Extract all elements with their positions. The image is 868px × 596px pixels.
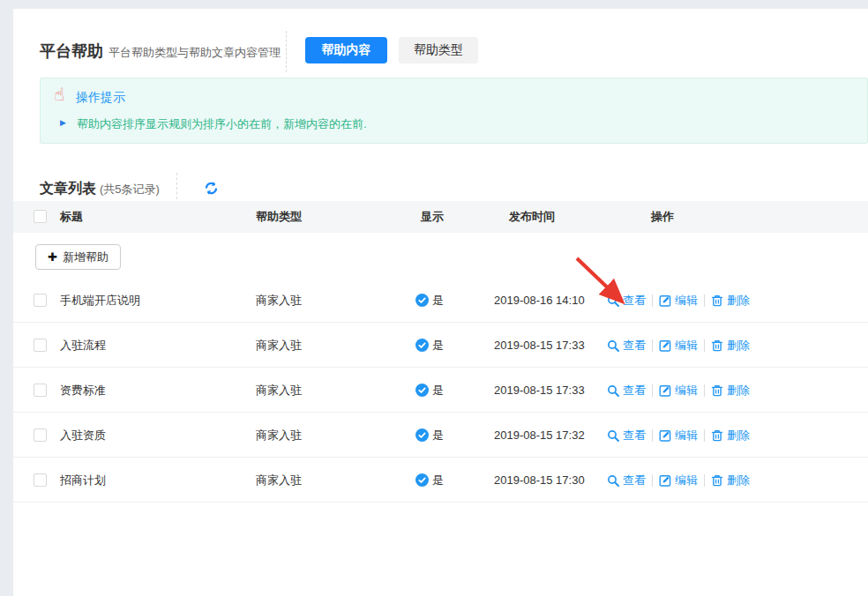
delete-link-label: 删除 <box>727 473 750 488</box>
page-background: 平台帮助 平台帮助类型与帮助文章内容管理 帮助内容 帮助类型 ☝ 操作提示 ▶ … <box>0 0 868 596</box>
delete-link[interactable]: 删除 <box>711 338 750 354</box>
view-link[interactable]: 查看 <box>607 428 646 443</box>
row-show-status: 是 <box>415 368 444 413</box>
row-type: 商家入驻 <box>256 323 302 368</box>
delete-link[interactable]: 删除 <box>711 293 750 309</box>
table-row: 入驻资质 商家入驻 是 2019-08-15 17:32 查看 <box>13 413 868 458</box>
delete-link-label: 删除 <box>727 338 750 354</box>
row-type: 商家入驻 <box>256 458 302 503</box>
add-help-button-label: 新增帮助 <box>63 250 108 265</box>
row-publish-time: 2019-08-16 14:10 <box>494 278 585 323</box>
tab-help-type[interactable]: 帮助类型 <box>399 37 478 63</box>
action-separator <box>652 474 653 487</box>
row-show-status: 是 <box>415 323 444 368</box>
edit-link-label: 编辑 <box>675 293 698 309</box>
view-link[interactable]: 查看 <box>607 473 646 488</box>
row-actions: 查看 编辑 删除 <box>607 278 750 323</box>
edit-icon <box>659 294 671 307</box>
show-label: 是 <box>432 338 444 354</box>
delete-link-label: 删除 <box>727 383 750 399</box>
edit-link[interactable]: 编辑 <box>659 338 698 354</box>
delete-link-label: 删除 <box>727 293 750 309</box>
edit-link[interactable]: 编辑 <box>659 383 698 399</box>
delete-icon <box>711 339 723 352</box>
edit-link[interactable]: 编辑 <box>659 428 698 443</box>
row-title: 资费标准 <box>60 368 106 413</box>
plus-icon: ✚ <box>48 250 57 264</box>
table-header-row: 标题 帮助类型 显示 发布时间 操作 <box>13 201 868 233</box>
tips-title: 操作提示 <box>76 90 125 106</box>
check-circle-icon <box>415 428 429 442</box>
view-link-label: 查看 <box>623 428 646 443</box>
article-list-title: 文章列表 <box>40 180 96 198</box>
action-separator <box>704 429 705 442</box>
action-separator <box>652 339 653 352</box>
show-label: 是 <box>432 473 444 488</box>
delete-link[interactable]: 删除 <box>711 428 750 443</box>
check-circle-icon <box>415 294 429 307</box>
row-checkbox[interactable] <box>34 428 47 442</box>
edit-icon <box>659 474 671 487</box>
edit-link[interactable]: 编辑 <box>659 293 698 309</box>
view-link[interactable]: 查看 <box>607 293 646 309</box>
delete-link[interactable]: 删除 <box>711 473 750 488</box>
check-circle-icon <box>415 339 429 352</box>
operation-tips-box: ☝ 操作提示 ▶ 帮助内容排序显示规则为排序小的在前，新增内容的在前. <box>40 78 868 144</box>
edit-link[interactable]: 编辑 <box>659 473 698 488</box>
edit-icon <box>659 429 671 442</box>
row-show-status: 是 <box>415 278 444 323</box>
action-separator <box>652 384 653 397</box>
article-list-header: 文章列表 (共5条记录) <box>40 180 160 199</box>
search-icon <box>607 474 619 487</box>
row-checkbox[interactable] <box>34 339 47 352</box>
select-all-checkbox[interactable] <box>34 210 47 223</box>
column-header-show: 显示 <box>421 201 444 233</box>
edit-link-label: 编辑 <box>675 383 698 399</box>
row-show-status: 是 <box>415 413 444 458</box>
search-icon <box>607 384 619 397</box>
view-link[interactable]: 查看 <box>607 383 646 399</box>
delete-link-label: 删除 <box>727 428 750 443</box>
edit-icon <box>659 339 671 352</box>
search-icon <box>607 339 619 352</box>
row-actions: 查看 编辑 删除 <box>607 413 750 458</box>
row-actions: 查看 编辑 删除 <box>607 458 750 503</box>
action-separator <box>652 429 653 442</box>
row-publish-time: 2019-08-15 17:33 <box>494 323 585 368</box>
row-publish-time: 2019-08-15 17:30 <box>494 458 585 503</box>
table-row: 资费标准 商家入驻 是 2019-08-15 17:33 查看 <box>13 368 868 413</box>
show-label: 是 <box>432 428 444 443</box>
column-header-time: 发布时间 <box>509 201 555 233</box>
action-separator <box>704 384 705 397</box>
search-icon <box>607 429 619 442</box>
add-help-button[interactable]: ✚ 新增帮助 <box>35 244 121 270</box>
triangle-bullet-icon: ▶ <box>60 118 66 127</box>
table-row: 入驻流程 商家入驻 是 2019-08-15 17:33 查看 <box>13 323 868 368</box>
row-actions: 查看 编辑 删除 <box>607 368 750 413</box>
page-subtitle: 平台帮助类型与帮助文章内容管理 <box>108 45 281 61</box>
edit-icon <box>659 384 671 397</box>
content-card: 平台帮助 平台帮助类型与帮助文章内容管理 帮助内容 帮助类型 ☝ 操作提示 ▶ … <box>13 9 868 596</box>
list-divider <box>176 173 177 199</box>
row-checkbox[interactable] <box>34 473 47 487</box>
action-separator <box>652 294 653 307</box>
view-link-label: 查看 <box>623 338 646 354</box>
refresh-icon[interactable] <box>204 181 219 196</box>
delete-link[interactable]: 删除 <box>711 383 750 399</box>
table-row: 手机端开店说明 商家入驻 是 2019-08-16 14:10 查看 <box>13 278 868 323</box>
row-checkbox[interactable] <box>34 294 47 307</box>
delete-icon <box>711 429 723 442</box>
tab-help-content[interactable]: 帮助内容 <box>305 37 387 63</box>
row-checkbox[interactable] <box>34 384 47 397</box>
action-separator <box>704 474 705 487</box>
edit-link-label: 编辑 <box>675 473 698 488</box>
row-title: 入驻资质 <box>60 413 106 458</box>
table-row: 招商计划 商家入驻 是 2019-08-15 17:30 查看 <box>13 458 868 503</box>
header-divider <box>286 31 287 72</box>
show-label: 是 <box>432 293 444 309</box>
column-header-action: 操作 <box>651 201 674 233</box>
view-link[interactable]: 查看 <box>607 338 646 354</box>
table-body: 手机端开店说明 商家入驻 是 2019-08-16 14:10 查看 <box>13 278 868 503</box>
row-title: 入驻流程 <box>60 323 106 368</box>
column-header-title: 标题 <box>60 201 83 233</box>
